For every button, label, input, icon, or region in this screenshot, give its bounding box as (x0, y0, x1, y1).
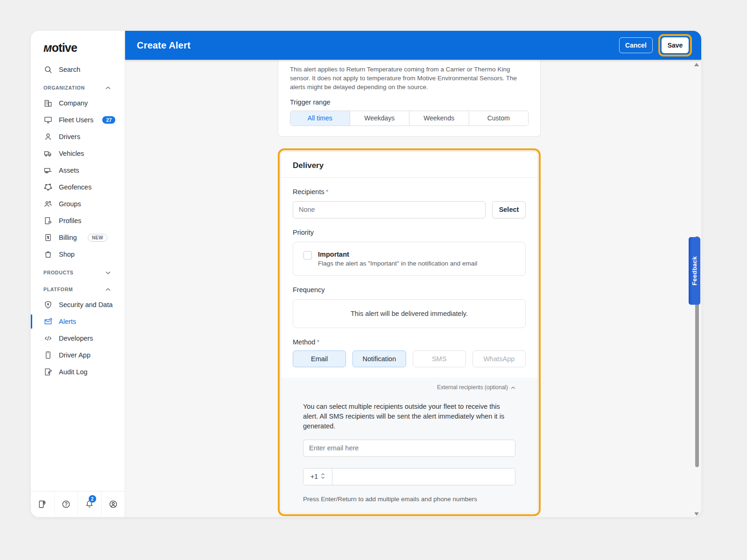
sidebar-item-label: Drivers (59, 133, 80, 140)
account-button[interactable] (101, 491, 125, 517)
help-button[interactable] (54, 491, 78, 517)
sidebar-item-audit-log[interactable]: Audit Log (31, 364, 125, 380)
profile-doc-icon (43, 216, 53, 225)
people-icon (43, 199, 53, 209)
sidebar-item-vehicles[interactable]: Vehicles (31, 145, 125, 162)
save-button[interactable]: Save (662, 37, 689, 53)
app-window: ᴍotive Search ORGANIZATION Company Fleet… (31, 31, 701, 517)
chevron-up-icon (511, 384, 515, 391)
method-sms-button[interactable]: SMS (413, 350, 466, 367)
sidebar-item-label: Geofences (59, 183, 92, 191)
smartphone-icon (43, 350, 53, 360)
sidebar-item-fleet-users[interactable]: Fleet Users 27 (31, 112, 125, 128)
trigger-option-weekends[interactable]: Weekends (409, 111, 469, 126)
section-products[interactable]: PRODUCTS (31, 266, 125, 280)
sidebar-item-security-and-data[interactable]: Security and Data (31, 296, 125, 313)
scrollbar-up-arrow[interactable] (694, 63, 699, 66)
sidebar-item-developers[interactable]: Developers (31, 330, 125, 347)
shield-icon (43, 300, 53, 309)
important-description: Flags the alert as "Important" in the no… (318, 260, 477, 267)
external-recipients-toggle[interactable]: External recipients (optional) (303, 384, 515, 391)
sidebar-item-label: Shop (59, 251, 75, 258)
method-label-text: Method (293, 338, 315, 346)
updown-chevrons-icon (321, 473, 325, 481)
alerts-icon (43, 317, 53, 326)
sidebar-item-alerts[interactable]: Alerts (31, 313, 125, 330)
cancel-button[interactable]: Cancel (619, 37, 653, 53)
code-icon (43, 334, 53, 343)
sidebar-item-company[interactable]: Company (31, 95, 125, 112)
chevron-up-icon (106, 86, 111, 90)
trigger-option-all-times[interactable]: All times (290, 111, 350, 126)
method-whatsapp-button[interactable]: WhatsApp (472, 350, 526, 367)
content-scroll-area: This alert applies to Return Temperature… (125, 60, 701, 517)
external-recipients-hint: Press Enter/Return to add multiple email… (303, 496, 515, 503)
section-organization[interactable]: ORGANIZATION (31, 81, 125, 95)
sidebar-item-label: Assets (59, 167, 79, 174)
truck-icon (43, 149, 53, 158)
chevron-up-icon (106, 288, 111, 291)
notifications-button[interactable]: 2 (78, 491, 101, 517)
save-highlight-ring: Save (658, 34, 692, 56)
method-notification-button[interactable]: Notification (352, 350, 406, 367)
feedback-tab[interactable]: Feedback (689, 237, 700, 305)
sidebar-item-driver-app[interactable]: Driver App (31, 347, 125, 364)
section-label: PRODUCTS (43, 270, 74, 275)
fleet-users-count-badge: 27 (102, 116, 115, 124)
account-icon (108, 499, 118, 509)
sidebar-item-label: Vehicles (59, 150, 84, 157)
frequency-label: Frequency (293, 286, 526, 294)
sidebar-item-drivers[interactable]: Drivers (31, 128, 125, 145)
sidebar-item-label: Company (59, 99, 88, 107)
important-checkbox[interactable] (303, 251, 312, 259)
method-buttons: Email Notification SMS WhatsApp (293, 350, 526, 367)
section-label: ORGANIZATION (43, 85, 85, 91)
billing-icon (43, 233, 53, 242)
recipients-input[interactable] (293, 201, 486, 218)
page-title: Create Alert (137, 40, 190, 51)
sidebar-item-geofences[interactable]: Geofences (31, 179, 125, 196)
geofence-icon (43, 182, 53, 192)
scrollbar-down-arrow[interactable] (694, 512, 699, 516)
section-platform[interactable]: PLATFORM (31, 282, 125, 296)
main-area: Create Alert Cancel Save This alert appl… (125, 31, 701, 517)
sidebar-item-groups[interactable]: Groups (31, 196, 125, 212)
sidebar-item-billing[interactable]: Billing NEW (31, 229, 125, 246)
guide-button[interactable] (31, 491, 54, 517)
trigger-option-custom[interactable]: Custom (469, 111, 529, 126)
external-phone-input[interactable] (332, 469, 515, 485)
trigger-range-segmented: All times Weekdays Weekends Custom (290, 111, 529, 126)
recipients-label: Recipients* (293, 188, 526, 196)
method-email-button[interactable]: Email (293, 350, 346, 367)
country-code-select[interactable]: +1 (303, 469, 332, 485)
alert-notice-text: This alert applies to Return Temperature… (290, 63, 529, 92)
external-email-input[interactable] (303, 440, 515, 457)
help-icon (61, 499, 71, 509)
logo-text: otive (52, 41, 77, 54)
priority-card: Important Flags the alert as "Important"… (293, 242, 526, 276)
notifications-count-badge: 2 (89, 495, 96, 503)
shopping-bag-icon (43, 250, 53, 259)
sidebar-item-label: Groups (59, 200, 81, 208)
sidebar-item-search[interactable]: Search (31, 61, 125, 78)
sidebar: ᴍotive Search ORGANIZATION Company Fleet… (31, 31, 125, 517)
sidebar-item-shop[interactable]: Shop (31, 246, 125, 263)
external-recipients-toggle-label: External recipients (optional) (437, 384, 508, 391)
search-icon (43, 65, 53, 74)
sidebar-footer: 2 (31, 491, 125, 517)
trigger-option-weekdays[interactable]: Weekdays (350, 111, 409, 126)
sidebar-item-label: Profiles (59, 217, 81, 224)
search-label: Search (59, 66, 80, 73)
select-recipients-button[interactable]: Select (492, 201, 526, 218)
sidebar-item-label: Developers (59, 335, 93, 342)
frequency-text: This alert will be delivered immediately… (351, 310, 468, 317)
external-recipients-panel: External recipients (optional) You can s… (281, 378, 537, 513)
trigger-card: This alert applies to Return Temperature… (278, 60, 541, 137)
sidebar-item-profiles[interactable]: Profiles (31, 212, 125, 229)
chevron-down-icon (106, 271, 111, 274)
sidebar-item-assets[interactable]: Assets (31, 162, 125, 179)
new-badge: NEW (88, 234, 107, 242)
frequency-card: This alert will be delivered immediately… (293, 299, 526, 328)
topbar: Create Alert Cancel Save (125, 31, 701, 60)
sidebar-item-label: Billing (59, 234, 77, 241)
